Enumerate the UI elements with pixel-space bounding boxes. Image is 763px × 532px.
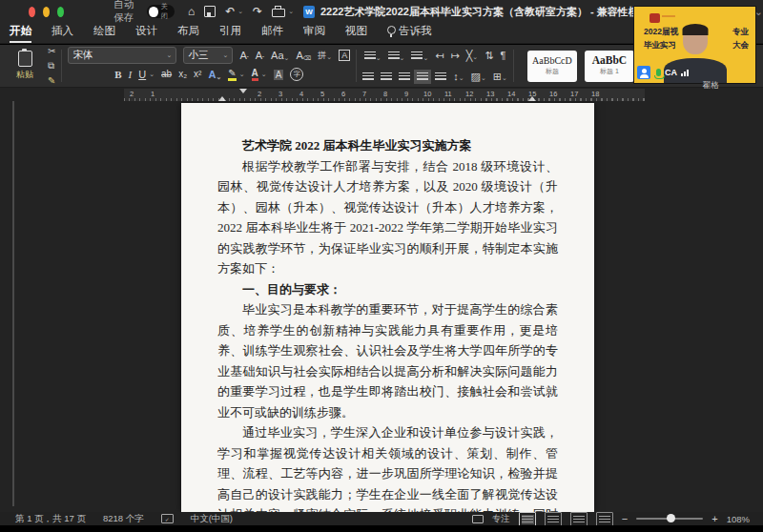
character-shading-icon[interactable]: A (274, 70, 284, 80)
zoom-in-button[interactable]: + (711, 513, 717, 524)
horizontal-ruler[interactable]: 2 1 2 3 4 5 6 7 8 9 10 11 12 13 14 15 16… (124, 89, 645, 101)
style-card-heading1[interactable]: AaBbC 标题 1 (585, 51, 634, 82)
tab-references[interactable]: 引用 (219, 24, 241, 43)
tab-home[interactable]: 开始 (10, 24, 31, 43)
asian-layout-icon[interactable]: ╳⌄ (466, 50, 479, 62)
document-canvas: 艺术学院 2022 届本科生毕业实习实施方案 根据学校教学工作部署与安排，结合 … (0, 88, 763, 512)
tab-view[interactable]: 视图 (345, 24, 367, 43)
undo-chevron-icon[interactable]: ⌄ (237, 8, 243, 15)
paragraph-group: ⌄ ⌄ ⌄ ↤ ↦ ╳⌄ ⇅ ¶ ↕⌄ ▨⌄ ⊞⌄ (357, 47, 513, 85)
quick-access-chevron-icon[interactable]: ⌄ (288, 8, 294, 15)
autosave-toggle[interactable]: 关闭 (147, 5, 175, 18)
ruler-number: 5 (320, 90, 324, 98)
document-title[interactable]: 艺术学院 2022 届本科生毕业实习实施方案 (217, 135, 558, 156)
tab-review[interactable]: 审阅 (303, 24, 325, 43)
fullscreen-window-button[interactable] (57, 7, 64, 17)
toggle-knob-icon (149, 7, 157, 17)
borders-icon[interactable]: ⊞⌄ (493, 71, 507, 83)
document-paragraph[interactable]: 毕业实习是本科教学的重要环节，对于提高学生的综合素质、培养学生的创新精神与实践能… (217, 299, 558, 422)
paragraph-mark-icon[interactable]: ¶ (500, 50, 505, 61)
format-painter-icon[interactable]: ✎ (48, 75, 55, 86)
print-icon[interactable] (272, 9, 285, 17)
tab-mailings[interactable]: 邮件 (261, 24, 283, 43)
document-paragraph[interactable]: 通过毕业实习，学生深入企业和设计单位参与设计实践，学习和掌握视觉传达设计相关领域… (217, 422, 558, 512)
font-name-select[interactable]: 宋体⌄ (68, 47, 176, 64)
document-heading[interactable]: 一、目的与要求： (217, 279, 558, 300)
language-status[interactable]: 中文(中国) (191, 513, 233, 525)
zoom-slider-thumb[interactable] (667, 514, 675, 522)
cut-icon[interactable]: ✂ (48, 46, 55, 56)
line-spacing-icon[interactable]: ↕⌄ (453, 71, 464, 82)
ruler-number: 12 (465, 90, 473, 98)
outline-view-button[interactable] (570, 512, 588, 526)
first-line-indent-marker[interactable] (239, 89, 247, 93)
microphone-icon[interactable] (656, 69, 661, 76)
participant-icon[interactable] (637, 66, 650, 79)
underline-button[interactable]: U (138, 70, 146, 80)
ruler-number: 6 (341, 90, 345, 98)
distribute-button[interactable] (435, 68, 446, 85)
grow-font-button[interactable]: Aˆ (239, 51, 248, 61)
ruler-number: 13 (486, 90, 494, 98)
bullet-list-button[interactable]: ⌄ (364, 47, 382, 64)
tab-design[interactable]: 设计 (135, 24, 157, 43)
copy-icon[interactable]: ⧉ (48, 60, 55, 72)
decrease-indent-icon[interactable]: ↤ (435, 50, 443, 62)
clear-formatting-icon[interactable]: A⌫ (296, 51, 311, 61)
paste-button[interactable]: 粘贴 (6, 51, 44, 81)
video-call-overlay[interactable]: 2022届视 专业 毕业实习 大会 CA (633, 6, 756, 84)
zoom-slider[interactable] (636, 518, 703, 520)
strikethrough-button[interactable]: ab (161, 70, 172, 79)
tab-draw[interactable]: 绘图 (93, 24, 115, 43)
superscript-button[interactable]: x² (194, 70, 201, 79)
phonetic-guide-icon[interactable]: 拼⌄ (318, 51, 332, 60)
clipboard-group: 粘贴 ✂ ⧉ ✎ (0, 47, 61, 85)
justify-button[interactable] (417, 68, 428, 85)
zoom-level[interactable]: 108% (727, 514, 750, 524)
undo-icon[interactable]: ↶ (225, 5, 235, 18)
redo-icon[interactable]: ↷ (253, 5, 262, 18)
text-effects-icon[interactable]: A⌄ (208, 70, 221, 80)
document-page[interactable]: 艺术学院 2022 届本科生毕业实习实施方案 根据学校教学工作部署与安排，结合 … (181, 103, 594, 512)
bold-button[interactable]: B (114, 70, 121, 80)
align-right-button[interactable] (399, 68, 410, 85)
align-center-button[interactable] (381, 68, 392, 85)
character-border-icon[interactable]: A (339, 50, 350, 61)
home-icon[interactable]: ⌂ (188, 5, 195, 18)
font-color-icon[interactable]: A (252, 68, 258, 81)
font-size-select[interactable]: 小三⌄ (183, 47, 233, 64)
focus-mode-icon[interactable] (472, 515, 484, 523)
italic-button[interactable]: I (129, 70, 133, 80)
tab-insert[interactable]: 插入 (52, 24, 73, 43)
shrink-font-button[interactable]: Aˇ (256, 51, 264, 61)
web-layout-view-button[interactable] (545, 512, 562, 526)
sort-icon[interactable]: ⇅ (485, 50, 493, 62)
proofing-icon[interactable]: ✓ (161, 514, 174, 523)
print-layout-view-button[interactable] (519, 512, 536, 526)
highlight-color-icon[interactable]: ✎ (228, 68, 236, 81)
align-left-button[interactable] (362, 68, 374, 85)
tab-layout[interactable]: 布局 (177, 24, 199, 43)
ruler-number: 3 (278, 90, 282, 98)
subscript-button[interactable]: x₂ (178, 70, 187, 79)
ruler-number: 7 (362, 90, 366, 98)
ruler-number: 9 (404, 90, 408, 98)
word-count[interactable]: 8218 个字 (103, 513, 144, 525)
page-info[interactable]: 第 1 页，共 17 页 (15, 513, 86, 525)
multilevel-list-button[interactable]: ⌄ (411, 47, 428, 64)
enclose-characters-icon[interactable]: 字 (290, 68, 303, 81)
focus-label[interactable]: 专注 (492, 513, 510, 525)
save-icon[interactable] (204, 6, 216, 17)
tab-tell-me[interactable]: 告诉我 (387, 24, 432, 43)
numbered-list-button[interactable]: ⌄ (388, 47, 405, 64)
increase-indent-icon[interactable]: ↦ (451, 50, 460, 62)
minimize-window-button[interactable] (43, 7, 50, 17)
draft-view-button[interactable] (596, 512, 613, 526)
close-window-button[interactable] (29, 7, 35, 17)
zoom-out-button[interactable]: − (622, 513, 628, 524)
shading-icon[interactable]: ▨⌄ (471, 71, 486, 83)
change-case-button[interactable]: Aa⌄ (271, 51, 289, 61)
autosave-state: 关闭 (161, 2, 173, 21)
style-card-title[interactable]: AaBbCcD 标题 (527, 51, 577, 82)
document-paragraph[interactable]: 根据学校教学工作部署与安排，结合 2018 级环境设计、园林、视觉传达设计人才培… (217, 156, 558, 279)
